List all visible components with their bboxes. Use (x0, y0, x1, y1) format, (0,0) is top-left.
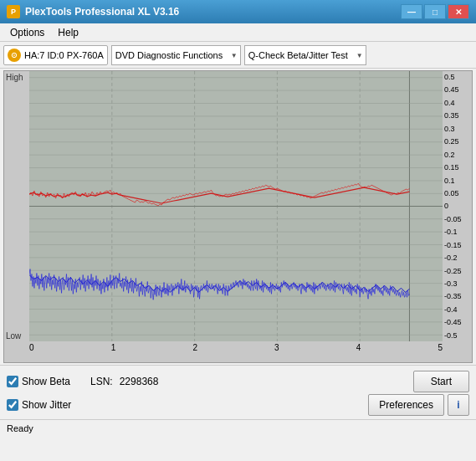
close-button[interactable]: ✕ (448, 4, 469, 19)
drive-icon: ⊙ (8, 49, 21, 62)
show-beta-checkbox[interactable] (7, 376, 18, 387)
maximize-button[interactable]: □ (424, 4, 446, 19)
window-controls: — □ ✕ (401, 4, 469, 19)
menu-help[interactable]: Help (51, 25, 85, 40)
status-text: Ready (7, 423, 33, 433)
start-button[interactable]: Start (413, 371, 469, 392)
x-axis: 0 1 2 3 4 5 (29, 341, 443, 362)
show-jitter-label: Show Jitter (22, 399, 71, 411)
preferences-button[interactable]: Preferences (368, 394, 444, 416)
drive-label: HA:7 ID:0 PX-760A (24, 50, 104, 60)
bottom-panel: Show Beta LSN: 2298368 Start Show Jitter… (0, 365, 476, 419)
menu-options[interactable]: Options (3, 25, 51, 40)
test-dropdown-wrapper: Q-Check Beta/Jitter Test (244, 45, 366, 65)
high-label: High (6, 73, 23, 82)
show-jitter-checkbox[interactable] (7, 399, 18, 411)
bottom-row-1: Show Beta LSN: 2298368 Start (7, 371, 469, 392)
chart-plot-area (29, 71, 443, 341)
lsn-value: 2298368 (120, 376, 159, 387)
show-beta-row: Show Beta (7, 376, 90, 387)
window-title: PlexTools Professional XL V3.16 (25, 6, 401, 18)
function-dropdown-wrapper: DVD Diagnostic Functions (111, 45, 241, 65)
test-dropdown[interactable]: Q-Check Beta/Jitter Test (244, 45, 366, 65)
status-bar: Ready (0, 419, 476, 436)
chart-container: High Low 0.5 0.45 0.4 0.35 0.3 0.25 0.2 … (3, 70, 473, 363)
bottom-buttons: Start (413, 371, 469, 392)
menu-bar: Options Help (0, 23, 476, 42)
toolbar: ⊙ HA:7 ID:0 PX-760A DVD Diagnostic Funct… (0, 42, 476, 69)
minimize-button[interactable]: — (401, 4, 422, 19)
app-icon: P (7, 5, 20, 18)
preferences-buttons: Preferences i (368, 394, 469, 416)
show-jitter-row: Show Jitter (7, 399, 90, 411)
lsn-section: LSN: 2298368 (90, 376, 413, 387)
y-axis-right: 0.5 0.45 0.4 0.35 0.3 0.25 0.2 0.15 0.1 … (443, 71, 472, 341)
drive-selector: ⊙ HA:7 ID:0 PX-760A (3, 45, 108, 65)
low-label: Low (6, 331, 21, 341)
lsn-label: LSN: (90, 376, 113, 387)
info-button[interactable]: i (448, 394, 469, 416)
show-beta-label: Show Beta (22, 376, 70, 387)
title-bar: P PlexTools Professional XL V3.16 — □ ✕ (0, 0, 476, 23)
function-dropdown[interactable]: DVD Diagnostic Functions (111, 45, 241, 65)
bottom-row-2: Show Jitter Preferences i (7, 394, 469, 416)
